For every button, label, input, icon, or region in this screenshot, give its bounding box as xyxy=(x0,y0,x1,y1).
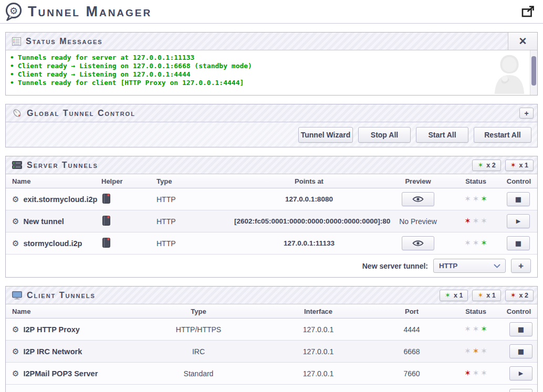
add-server-tunnel-button[interactable]: + xyxy=(511,259,531,273)
status-log[interactable]: •Tunnels ready for server at 127.0.0.1:1… xyxy=(6,50,537,95)
control-button[interactable] xyxy=(509,389,532,392)
column-header: Control xyxy=(507,177,537,185)
client-tunnels-title: Client Tunnels xyxy=(27,291,96,300)
status-stars: ✶ ✶ ✶ xyxy=(447,369,505,377)
tunnel-port: 6668 xyxy=(377,347,447,356)
status-star-icon: ✶ xyxy=(464,369,471,377)
column-header: Type xyxy=(137,308,260,315)
badge-count: x 1 xyxy=(454,292,463,299)
status-star-icon: ✶ xyxy=(464,347,471,355)
restart-all-button[interactable]: Restart All xyxy=(474,127,531,143)
stop-tunnel-button[interactable] xyxy=(507,192,530,206)
points-at: 127.0.0.1:11133 xyxy=(234,239,384,247)
column-header: Name xyxy=(6,308,137,315)
stopped-count-badge[interactable]: ✶ x 2 xyxy=(505,290,534,301)
tunnel-name-link[interactable]: stormycloud.i2p xyxy=(23,239,82,248)
external-link-icon[interactable] xyxy=(521,6,535,18)
badge-count: x 1 xyxy=(519,162,528,169)
address-book-icon[interactable] xyxy=(102,238,110,248)
column-header: Points at xyxy=(234,177,384,185)
tunnel-interface: 127.0.0.1 xyxy=(260,369,377,378)
status-messages-title: Status Messages xyxy=(26,37,103,46)
stop-tunnel-button[interactable] xyxy=(509,344,532,358)
app-header: ⚙ Tunnel Manager xyxy=(0,0,543,24)
stopped-count-badge[interactable]: ✶ x 1 xyxy=(505,160,534,171)
server-icon xyxy=(12,161,22,169)
tunnel-wizard-button[interactable]: Tunnel Wizard xyxy=(298,127,353,143)
column-header: Interface xyxy=(260,308,377,315)
tunnel-type: HTTP/HTTPS xyxy=(137,325,260,334)
preview-button[interactable] xyxy=(402,192,434,206)
status-star-icon: ✶ xyxy=(481,325,487,333)
status-message-list: •Tunnels ready for server at 127.0.0.1:1… xyxy=(10,54,537,87)
new-server-tunnel-row: New server tunnel: HTTP + xyxy=(6,255,537,277)
gear-icon[interactable]: ⚙ xyxy=(12,195,19,204)
status-scrollbar-thumb[interactable] xyxy=(531,56,536,86)
tunnel-name-link[interactable]: I2P IRC Network xyxy=(23,347,82,356)
tunnel-type: IRC xyxy=(137,347,260,356)
expand-panel-button[interactable]: + xyxy=(519,108,534,119)
running-count-badge[interactable]: ✶ x 1 xyxy=(440,290,468,301)
start-tunnel-button[interactable] xyxy=(509,366,532,380)
table-row: ⚙ I2P HTTP Proxy HTTP/HTTPS 127.0.0.1 44… xyxy=(6,319,537,341)
points-at: 127.0.0.1:8080 xyxy=(234,195,384,203)
tunnel-type: HTTP xyxy=(150,195,234,204)
table-row: ⚙ I2PMail POP3 Server Standard 127.0.0.1… xyxy=(6,363,537,385)
start-tunnel-button[interactable] xyxy=(507,214,530,228)
tunnel-name-link[interactable]: I2PMail POP3 Server xyxy=(23,369,98,378)
close-status-button[interactable]: ✕ xyxy=(508,33,537,50)
status-star-icon: ✶ xyxy=(481,195,487,203)
status-stars: ✶ ✶ ✶ xyxy=(452,195,499,203)
select-value: HTTP xyxy=(439,262,457,270)
global-controls: Tunnel Wizard Stop All Start All Restart… xyxy=(6,122,537,147)
tunnel-interface: 127.0.0.1 xyxy=(260,325,377,334)
stop-all-button[interactable]: Stop All xyxy=(358,127,411,143)
address-book-icon[interactable] xyxy=(102,194,110,204)
gear-icon[interactable]: ⚙ xyxy=(12,217,19,226)
tunnel-name-link[interactable]: I2P HTTP Proxy xyxy=(23,325,79,334)
server-tunnels-header: Server Tunnels ✶ x 2 ✶ x 1 xyxy=(6,156,537,174)
eye-icon xyxy=(412,196,424,203)
client-status-badges: ✶ x 1 ✶ x 1 ✶ x 2 xyxy=(440,290,534,301)
status-messages-header: Status Messages ✕ xyxy=(6,33,537,50)
gear-icon[interactable]: ⚙ xyxy=(12,239,19,248)
start-all-button[interactable]: Start All xyxy=(416,127,468,143)
server-tunnels-panel: Server Tunnels ✶ x 2 ✶ x 1 Name Helper T… xyxy=(5,156,538,278)
column-header: Control xyxy=(507,308,537,315)
tunnel-name-link[interactable]: New tunnel xyxy=(23,217,64,226)
global-tunnel-control-title: Global Tunnel Control xyxy=(27,109,135,118)
status-message: •Tunnels ready for server at 127.0.0.1:1… xyxy=(10,54,537,62)
status-star-icon: ✶ xyxy=(481,239,487,247)
status-star-icon: ✶ xyxy=(473,347,479,355)
stop-tunnel-button[interactable] xyxy=(507,236,530,250)
status-scrollbar-track[interactable] xyxy=(530,50,537,95)
address-book-icon[interactable] xyxy=(102,216,110,226)
stop-tunnel-button[interactable] xyxy=(509,322,532,336)
star-icon: ✶ xyxy=(477,292,483,299)
badge-count: x 2 xyxy=(519,292,528,299)
status-message: •Tunnels ready for client [HTTP Proxy on… xyxy=(10,79,537,87)
mouse-icon xyxy=(12,108,22,118)
new-server-tunnel-select[interactable]: HTTP xyxy=(433,259,506,273)
standby-count-badge[interactable]: ✶ x 1 xyxy=(472,290,500,301)
tunnel-name-link[interactable]: exit.stormycloud.i2p xyxy=(23,195,97,204)
gear-icon[interactable]: ⚙ xyxy=(12,325,19,334)
page-title: Tunnel Manager xyxy=(28,4,152,20)
table-row: ⚙ exit.stormycloud.i2p HTTP 127.0.0.1:80… xyxy=(6,188,537,210)
status-star-icon: ✶ xyxy=(473,217,479,225)
gear-icon[interactable]: ⚙ xyxy=(12,369,19,378)
close-icon: ✕ xyxy=(519,36,527,47)
preview-button[interactable] xyxy=(402,236,434,250)
client-table-columns: Name Type Interface Port Status Control xyxy=(6,304,537,319)
tunnel-port: 7660 xyxy=(377,369,447,378)
running-count-badge[interactable]: ✶ x 2 xyxy=(472,160,500,171)
badge-count: x 2 xyxy=(486,162,495,169)
points-at: [2602:fc05:0001:0000:0000:0000:0000:0000… xyxy=(234,217,384,225)
table-row: ⚙ I2P IRC Network IRC 127.0.0.1 6668 ✶ ✶… xyxy=(6,341,537,363)
status-message: •Client ready → Listening on 127.0.0.1:6… xyxy=(10,62,537,70)
gear-icon[interactable]: ⚙ xyxy=(12,347,19,356)
column-header: Status xyxy=(447,308,505,315)
status-stars: ✶ ✶ ✶ xyxy=(447,347,505,355)
status-star-icon: ✶ xyxy=(473,239,479,247)
badge-count: x 1 xyxy=(486,292,495,299)
